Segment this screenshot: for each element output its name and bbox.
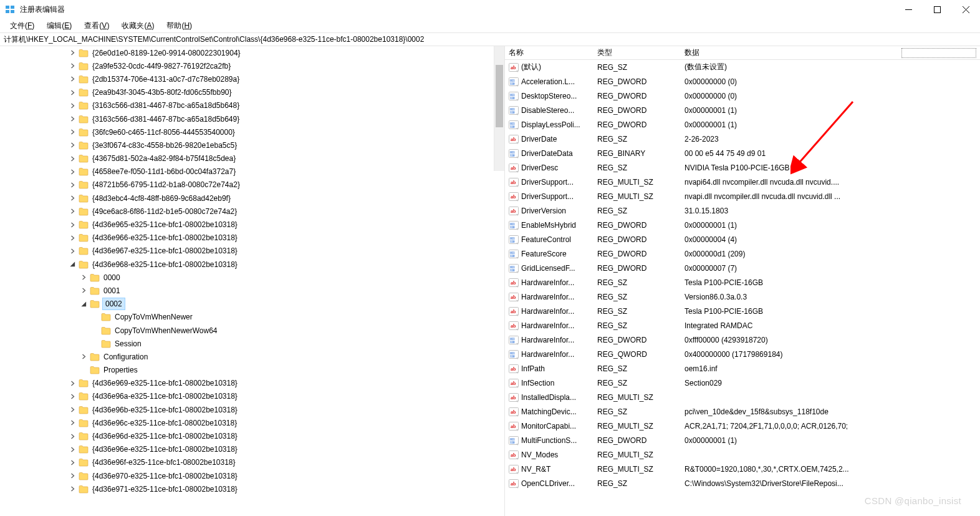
expander-icon[interactable]	[67, 484, 77, 494]
expander-icon[interactable]	[67, 193, 77, 203]
tree-item[interactable]: {4d36e967-e325-11ce-bfc1-08002be10318}	[0, 245, 504, 258]
column-name[interactable]: 名称	[505, 46, 593, 59]
expander-icon[interactable]	[67, 100, 77, 110]
tree-item[interactable]: Configuration	[0, 350, 504, 363]
value-row[interactable]: 011 110 DisplayLessPoli... REG_DWORD 0x0…	[505, 117, 980, 132]
expander-icon[interactable]	[67, 233, 77, 243]
value-row[interactable]: 011 110 DesktopStereo... REG_DWORD 0x000…	[505, 89, 980, 103]
tree-item[interactable]: {36fc9e60-c465-11cf-8056-444553540000}	[0, 125, 504, 139]
tree-item[interactable]: {4d36e96a-e325-11ce-bfc1-08002be10318}	[0, 390, 504, 403]
value-row[interactable]: ab NV_R&T REG_MULTI_SZ R&T0000=1920,1080…	[505, 462, 980, 476]
expander-icon[interactable]	[79, 286, 89, 296]
expander-icon[interactable]	[67, 471, 77, 481]
tree-item[interactable]: {26e0d1e0-8189-12e0-9914-080022301904}	[0, 46, 504, 59]
expander-icon[interactable]	[67, 87, 77, 97]
value-row[interactable]: ab NV_Modes REG_MULTI_SZ	[505, 447, 980, 462]
value-row[interactable]: 011 110 EnableMsHybrid REG_DWORD 0x00000…	[505, 218, 980, 232]
tree-item[interactable]: {4d36e96c-e325-11ce-bfc1-08002be10318}	[0, 416, 504, 429]
value-row[interactable]: ab DriverDate REG_SZ 2-26-2023	[505, 132, 980, 146]
value-row[interactable]: 011 110 FeatureControl REG_DWORD 0x00000…	[505, 232, 980, 246]
value-row[interactable]: ab HardwareInfor... REG_SZ Tesla P100-PC…	[505, 275, 980, 290]
expander-icon[interactable]	[67, 180, 77, 190]
tree-item[interactable]: {4d36e96b-e325-11ce-bfc1-08002be10318}	[0, 403, 504, 416]
minimize-button[interactable]	[894, 0, 923, 19]
tree-item[interactable]: {3163c566-d381-4467-87bc-a65a18d5b649}	[0, 112, 504, 125]
expander-icon[interactable]	[67, 114, 77, 124]
value-row[interactable]: ab MonitorCapabi... REG_MULTI_SZ ACR,2A1…	[505, 419, 980, 433]
menu-file[interactable]: 文件(F)	[4, 19, 41, 32]
tree-item[interactable]: {43675d81-502a-4a82-9f84-b75f418c5dea}	[0, 152, 504, 165]
value-row[interactable]: ab (默认) REG_SZ (数值未设置)	[505, 60, 980, 74]
tree-item[interactable]: {4d36e966-e325-11ce-bfc1-08002be10318}	[0, 231, 504, 245]
tree-item[interactable]: Session	[0, 337, 504, 350]
value-row[interactable]: 011 110 DisableStereo... REG_DWORD 0x000…	[505, 103, 980, 117]
tree-item[interactable]: {4d36e96e-e325-11ce-bfc1-08002be10318}	[0, 443, 504, 456]
tree-item[interactable]: {4d36e970-e325-11ce-bfc1-08002be10318}	[0, 469, 504, 482]
expander-icon[interactable]	[67, 378, 77, 388]
tree-item[interactable]: {4d36e971-e325-11ce-bfc1-08002be10318}	[0, 482, 504, 495]
value-row[interactable]: ab HardwareInfor... REG_SZ Version86.0.3…	[505, 290, 980, 304]
expander-icon[interactable]	[67, 74, 77, 84]
column-data[interactable]: 数据	[681, 46, 980, 59]
tree-item[interactable]: {48721b56-6795-11d2-b1a8-0080c72e74a2}	[0, 178, 504, 192]
expander-icon[interactable]	[67, 48, 77, 58]
value-row[interactable]: ab DriverSupport... REG_MULTI_SZ nvapi64…	[505, 175, 980, 189]
tree-item[interactable]: {48d3ebc4-4cf8-48ff-b869-9c68ad42eb9f}	[0, 192, 504, 205]
tree-item[interactable]: {2a9fe532-0cdc-44f9-9827-76192f2ca2fb}	[0, 59, 504, 72]
values-list[interactable]: ab (默认) REG_SZ (数值未设置) 011 110 Accelerat…	[505, 60, 980, 490]
tree-scrollbar-thumb[interactable]	[496, 65, 503, 127]
expander-icon[interactable]	[67, 153, 77, 163]
value-row[interactable]: 011 110 GridLicensedF... REG_DWORD 0x000…	[505, 261, 980, 275]
tree-item[interactable]: {4d36e96d-e325-11ce-bfc1-08002be10318}	[0, 429, 504, 442]
value-row[interactable]: ab HardwareInfor... REG_SZ Tesla P100-PC…	[505, 304, 980, 318]
expander-icon[interactable]	[67, 444, 77, 454]
menu-edit[interactable]: 编辑(E)	[41, 19, 78, 32]
expander-icon[interactable]	[67, 418, 77, 428]
tree-item[interactable]: {4d36e96f-e325-11ce-bfc1-08002be10318}	[0, 456, 504, 469]
expander-icon[interactable]	[79, 299, 89, 309]
expander-icon[interactable]	[67, 61, 77, 71]
value-row[interactable]: ab OpenCLDriver... REG_SZ C:\Windows\Sys…	[505, 476, 980, 490]
tree-item[interactable]: 0002	[0, 298, 504, 311]
close-button[interactable]	[951, 0, 980, 19]
value-row[interactable]: ab InfSection REG_SZ Section029	[505, 376, 980, 390]
value-row[interactable]: 011 110 MultiFunctionS... REG_DWORD 0x00…	[505, 433, 980, 447]
value-row[interactable]: 011 110 FeatureScore REG_DWORD 0x000000d…	[505, 246, 980, 261]
menu-help[interactable]: 帮助(H)	[160, 19, 198, 32]
tree-item[interactable]: {3e3f0674-c83c-4558-bb26-9820e1eba5c5}	[0, 139, 504, 152]
tree-item[interactable]: Properties	[0, 364, 504, 377]
tree-scrollbar[interactable]	[494, 46, 504, 171]
registry-tree[interactable]: {26e0d1e0-8189-12e0-9914-080022301904} {…	[0, 46, 504, 495]
expander-icon[interactable]	[67, 457, 77, 467]
value-row[interactable]: ab InstalledDispla... REG_MULTI_SZ	[505, 390, 980, 404]
value-row[interactable]: 011 110 HardwareInfor... REG_QWORD 0x400…	[505, 347, 980, 361]
tree-item[interactable]: CopyToVmWhenNewerWow64	[0, 324, 504, 337]
tree-item[interactable]: CopyToVmWhenNewer	[0, 311, 504, 324]
expander-icon[interactable]	[67, 405, 77, 415]
expander-icon[interactable]	[67, 260, 77, 270]
tree-item[interactable]: {4d36e969-e325-11ce-bfc1-08002be10318}	[0, 377, 504, 390]
value-row[interactable]: ab DriverSupport... REG_MULTI_SZ nvapi.d…	[505, 189, 980, 203]
expander-icon[interactable]	[67, 220, 77, 230]
tree-item[interactable]: {4d36e968-e325-11ce-bfc1-08002be10318}	[0, 258, 504, 271]
maximize-button[interactable]	[923, 0, 951, 19]
expander-icon[interactable]	[67, 391, 77, 401]
address-input[interactable]	[2, 34, 978, 45]
expander-icon[interactable]	[67, 167, 77, 177]
tree-item[interactable]: {4658ee7e-f050-11d1-b6bd-00c04fa372a7}	[0, 165, 504, 178]
value-row[interactable]: 011 110 HardwareInfor... REG_DWORD 0xfff…	[505, 333, 980, 347]
value-row[interactable]: 011 110 DriverDateData REG_BINARY 00 00 …	[505, 146, 980, 160]
expander-icon[interactable]	[79, 352, 89, 362]
value-row[interactable]: ab HardwareInfor... REG_SZ Integrated RA…	[505, 318, 980, 333]
tree-item[interactable]: {2ea9b43f-3045-43b5-80f2-fd06c55fbb90}	[0, 86, 504, 99]
value-row[interactable]: ab DriverDesc REG_SZ NVIDIA Tesla P100-P…	[505, 160, 980, 175]
tree-item[interactable]: {49ce6ac8-6f86-11d2-b1e5-0080c72e74a2}	[0, 205, 504, 218]
expander-icon[interactable]	[67, 431, 77, 441]
expander-icon[interactable]	[67, 207, 77, 217]
expander-icon[interactable]	[67, 127, 77, 137]
tree-item[interactable]: {4d36e965-e325-11ce-bfc1-08002be10318}	[0, 218, 504, 231]
tree-item[interactable]: {2db15374-706e-4131-a0c7-d7c78eb0289a}	[0, 72, 504, 85]
value-row[interactable]: ab InfPath REG_SZ oem16.inf	[505, 361, 980, 376]
value-row[interactable]: ab DriverVersion REG_SZ 31.0.15.1803	[505, 203, 980, 218]
expander-icon[interactable]	[79, 273, 89, 283]
